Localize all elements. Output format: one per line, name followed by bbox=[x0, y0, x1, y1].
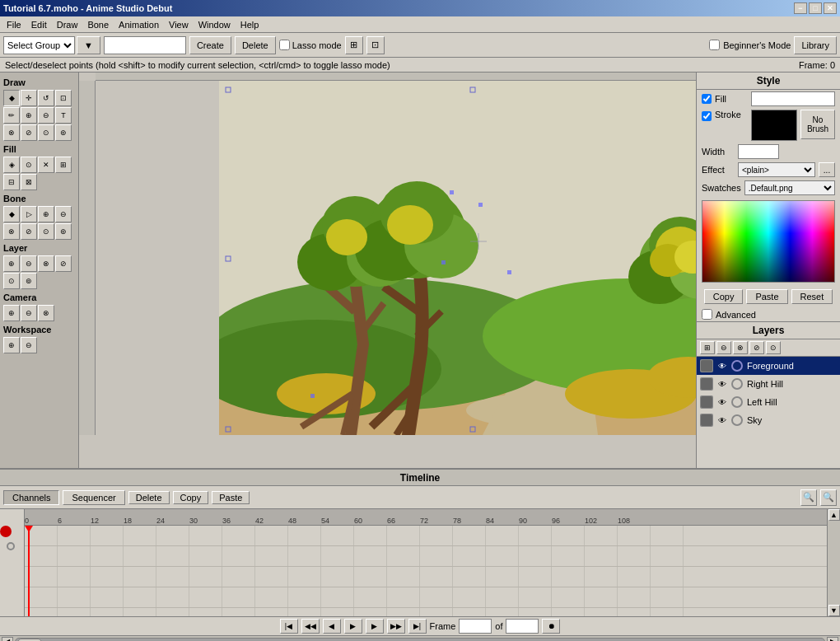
fill-checkbox[interactable] bbox=[702, 94, 712, 104]
toolbar-icon-btn-2[interactable]: ⊡ bbox=[366, 36, 385, 54]
track-row-2[interactable] bbox=[25, 546, 827, 567]
effect-options-button[interactable]: ... bbox=[819, 162, 835, 177]
fill-tool-3[interactable]: ✕ bbox=[38, 157, 54, 173]
tl-paste-button[interactable]: Paste bbox=[212, 491, 250, 504]
canvas-area[interactable] bbox=[79, 73, 696, 468]
minimize-button[interactable]: − bbox=[794, 2, 807, 14]
layer-eye-2[interactable]: 👁 bbox=[716, 395, 729, 409]
draw-tool-hide[interactable]: ⊙ bbox=[38, 124, 54, 141]
layer-eye-3[interactable]: 👁 bbox=[716, 414, 729, 427]
draw-tool-scale[interactable]: ⊡ bbox=[55, 90, 72, 106]
bone-tool-6[interactable]: ⊘ bbox=[21, 223, 37, 240]
hscroll-right-button[interactable]: ▶ bbox=[827, 637, 838, 642]
camera-tool-2[interactable]: ⊖ bbox=[21, 305, 37, 321]
menu-item-animation[interactable]: Animation bbox=[114, 18, 164, 31]
prev-frame-button[interactable]: ◀ bbox=[323, 619, 341, 634]
layer-eye-0[interactable]: 👁 bbox=[716, 359, 729, 372]
layer-tool-2[interactable]: ⊖ bbox=[21, 255, 37, 272]
draw-tool-move[interactable]: ✛ bbox=[21, 90, 37, 106]
menu-item-view[interactable]: View bbox=[164, 18, 194, 31]
layers-tool-1[interactable]: ⊞ bbox=[700, 341, 715, 354]
prev-keyframe-button[interactable]: ◀◀ bbox=[301, 619, 320, 634]
camera-tool-1[interactable]: ⊕ bbox=[3, 305, 20, 321]
layers-tool-3[interactable]: ⊗ bbox=[733, 341, 748, 354]
hscroll-thumb[interactable] bbox=[17, 639, 42, 642]
layer-tool-1[interactable]: ⊕ bbox=[3, 255, 20, 272]
vscroll-up-button[interactable]: ▲ bbox=[828, 509, 840, 521]
frame-input[interactable]: 0 bbox=[459, 619, 492, 634]
beginner-mode-checkbox[interactable] bbox=[709, 40, 720, 50]
scene-canvas[interactable] bbox=[219, 81, 696, 435]
track-row-3[interactable] bbox=[25, 567, 827, 587]
draw-tool-text[interactable]: T bbox=[55, 107, 72, 124]
layer-tool-6[interactable]: ⊚ bbox=[21, 273, 37, 289]
fill-tool-2[interactable]: ⊙ bbox=[21, 157, 37, 173]
goto-start-button[interactable]: |◀ bbox=[280, 619, 298, 634]
effect-select[interactable]: <plain> bbox=[738, 162, 815, 177]
goto-end-button[interactable]: ▶| bbox=[408, 619, 427, 634]
dropdown-arrow-button[interactable]: ▼ bbox=[77, 36, 100, 54]
menu-item-edit[interactable]: Edit bbox=[26, 18, 52, 31]
hscroll-track[interactable] bbox=[15, 638, 825, 642]
maximize-button[interactable]: □ bbox=[809, 2, 822, 14]
group-input[interactable] bbox=[104, 36, 186, 54]
tl-copy-button[interactable]: Copy bbox=[173, 491, 209, 504]
advanced-checkbox[interactable] bbox=[702, 309, 712, 320]
menu-item-help[interactable]: Help bbox=[236, 18, 264, 31]
tl-zoom-in[interactable]: 🔍 bbox=[800, 489, 817, 506]
create-button[interactable]: Create bbox=[189, 36, 231, 54]
record-button[interactable]: ⏺ bbox=[542, 619, 560, 634]
draw-tool-select[interactable]: ◆ bbox=[3, 90, 20, 106]
draw-tool-delete-point[interactable]: ⊖ bbox=[38, 107, 54, 124]
bone-tool-8[interactable]: ⊚ bbox=[55, 223, 72, 240]
draw-tool-curvature[interactable]: ⊘ bbox=[21, 124, 37, 141]
next-keyframe-button[interactable]: ▶▶ bbox=[387, 619, 405, 634]
draw-tool-noise[interactable]: ⊚ bbox=[55, 124, 72, 141]
tl-zoom-out[interactable]: 🔍 bbox=[820, 489, 837, 506]
total-frames-input[interactable]: 72 bbox=[506, 619, 539, 634]
layer-item-2[interactable]: 👁 Left Hill bbox=[697, 393, 840, 411]
fill-color-swatch[interactable] bbox=[751, 91, 835, 106]
workspace-tool-2[interactable]: ⊖ bbox=[21, 337, 37, 353]
fill-tool-1[interactable]: ◈ bbox=[3, 157, 20, 173]
window-controls[interactable]: − □ ✕ bbox=[794, 2, 837, 14]
group-select[interactable]: Select Group bbox=[3, 36, 75, 54]
draw-tool-warp[interactable]: ⊗ bbox=[3, 124, 20, 141]
sequencer-tab[interactable]: Sequencer bbox=[63, 490, 124, 505]
bone-tool-5[interactable]: ⊗ bbox=[3, 223, 20, 240]
bone-tool-7[interactable]: ⊙ bbox=[38, 223, 54, 240]
track-area[interactable] bbox=[25, 526, 827, 616]
style-copy-button[interactable]: Copy bbox=[704, 289, 744, 304]
stroke-color-swatch[interactable] bbox=[751, 110, 797, 141]
delete-button[interactable]: Delete bbox=[235, 36, 276, 54]
layer-tool-3[interactable]: ⊗ bbox=[38, 255, 54, 272]
track-row-1[interactable] bbox=[25, 526, 827, 546]
play-button[interactable]: ▶ bbox=[344, 619, 362, 634]
menu-item-window[interactable]: Window bbox=[194, 18, 236, 31]
lasso-checkbox[interactable] bbox=[279, 40, 290, 50]
menu-item-bone[interactable]: Bone bbox=[82, 18, 114, 31]
layer-item-0[interactable]: 👁 Foreground bbox=[697, 357, 840, 375]
no-brush-button[interactable]: No Brush bbox=[800, 110, 835, 139]
layer-eye-1[interactable]: 👁 bbox=[716, 377, 729, 391]
fill-tool-5[interactable]: ⊟ bbox=[3, 174, 20, 190]
bone-tool-4[interactable]: ⊖ bbox=[55, 206, 72, 222]
width-input[interactable]: 1.98 bbox=[738, 144, 779, 159]
menu-item-file[interactable]: File bbox=[2, 18, 26, 31]
style-paste-button[interactable]: Paste bbox=[746, 289, 787, 304]
timeline-scrollbar[interactable]: ◀ ▶ bbox=[0, 635, 840, 641]
layer-item-3[interactable]: 👁 Sky bbox=[697, 411, 840, 429]
camera-tool-3[interactable]: ⊗ bbox=[38, 305, 54, 321]
timeline-content-area[interactable]: 06121824303642485460667278849096102108 bbox=[25, 509, 827, 616]
bone-tool-3[interactable]: ⊕ bbox=[38, 206, 54, 222]
layer-tool-5[interactable]: ⊙ bbox=[3, 273, 20, 289]
bone-tool-1[interactable]: ◆ bbox=[3, 206, 20, 222]
library-button[interactable]: Library bbox=[794, 36, 837, 54]
track-row-4[interactable] bbox=[25, 587, 827, 608]
next-frame-button[interactable]: ▶ bbox=[366, 619, 384, 634]
draw-tool-rotate[interactable]: ↺ bbox=[38, 90, 54, 106]
style-reset-button[interactable]: Reset bbox=[791, 289, 833, 304]
layers-tool-2[interactable]: ⊖ bbox=[716, 341, 731, 354]
layers-tool-4[interactable]: ⊘ bbox=[749, 341, 764, 354]
fill-tool-6[interactable]: ⊠ bbox=[21, 174, 37, 190]
